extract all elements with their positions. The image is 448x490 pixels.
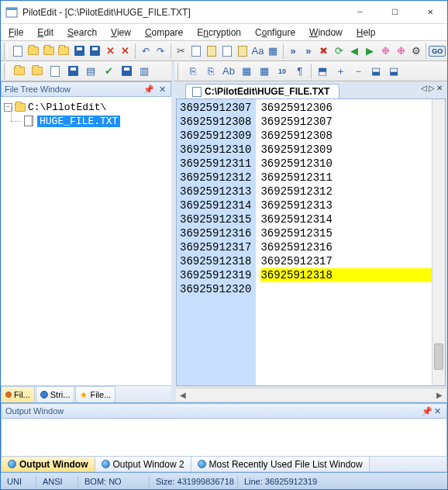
tree-tool3[interactable] (47, 63, 64, 80)
tree-root-row[interactable]: − C:\PilotEdit\ (2, 100, 170, 114)
close-all-button[interactable]: ✕ (118, 43, 133, 60)
horizontal-scrollbar[interactable]: ◀ ▶ (176, 388, 446, 401)
tree-tool8[interactable]: ▥ (136, 63, 153, 80)
app-icon (5, 6, 18, 19)
vertical-scrollbar[interactable] (432, 99, 445, 385)
run2-button[interactable]: » (301, 43, 315, 60)
ed-tool1[interactable]: ⎘ (184, 63, 202, 80)
new-file-button[interactable] (10, 43, 25, 60)
star-icon: ★ (80, 390, 88, 400)
save-button[interactable] (72, 43, 87, 60)
ed-tool8[interactable]: ⬒ (314, 63, 331, 80)
tree-file-row[interactable]: HUGE_FILE.TXT (2, 114, 170, 128)
tab-icon (40, 391, 48, 399)
menu-edit[interactable]: Edit (34, 26, 57, 40)
sidebar-tab-string[interactable]: Stri... (36, 386, 75, 402)
menu-search[interactable]: Search (64, 26, 100, 40)
status-enc2: ANSI (40, 475, 78, 488)
copy-append-button[interactable] (219, 43, 234, 60)
pin-icon[interactable]: 📌 (143, 85, 154, 95)
toolbar-grip[interactable] (177, 63, 182, 80)
tree-file-label: HUGE_FILE.TXT (37, 116, 120, 127)
open3-button[interactable] (57, 43, 71, 60)
misc1-button[interactable]: ❉ (378, 43, 393, 60)
toolbar-grip[interactable] (4, 43, 8, 60)
scroll-right-icon[interactable]: ▶ (432, 391, 446, 399)
menu-help[interactable]: Help (353, 26, 379, 40)
ed-tool11[interactable]: ⬓ (367, 63, 384, 80)
nav-back-button[interactable]: ◀ (347, 43, 362, 60)
ed-tool5[interactable]: ▦ (256, 63, 273, 80)
ed-tool7[interactable]: ¶ (291, 63, 308, 80)
sidebar-tab-file[interactable]: Fil... (1, 386, 35, 402)
file-icon (24, 116, 33, 126)
tree-tool7[interactable] (118, 63, 135, 80)
open-button[interactable] (26, 43, 40, 60)
tab-close-icon[interactable]: ✕ (436, 84, 443, 92)
toolbar-grip[interactable] (4, 63, 9, 80)
output-tab-1[interactable]: Output Window (2, 457, 95, 471)
pin-icon[interactable]: 📌 (422, 406, 432, 416)
close-button[interactable]: ✕ (412, 1, 447, 23)
ed-tool4[interactable]: ▦ (238, 63, 255, 80)
document-tabs: C:\PilotEdit\HUGE_FILE.TXT ◁ ▷ ✕ (174, 81, 447, 98)
run-button[interactable]: » (286, 43, 301, 60)
menu-compare[interactable]: Compare (142, 26, 186, 40)
scrollbar-thumb[interactable] (434, 343, 443, 370)
document-tab-label: C:\PilotEdit\HUGE_FILE.TXT (205, 86, 329, 97)
main-area: File Tree Window 📌 ✕ − C:\PilotEdit\ HUG… (1, 81, 447, 403)
text-content[interactable]: 36925912306 36925912307 36925912308 3692… (256, 99, 432, 385)
tree-tool2[interactable] (29, 63, 46, 80)
menu-window[interactable]: Window (306, 26, 346, 40)
go-button[interactable]: GO (429, 43, 446, 60)
copy-button[interactable] (189, 43, 204, 60)
ed-tool6[interactable]: 10 (274, 63, 291, 80)
output-body[interactable] (1, 419, 447, 456)
panel-close-icon[interactable]: ✕ (157, 85, 167, 95)
ed-tool3[interactable]: Ab (220, 63, 237, 80)
document-tab[interactable]: C:\PilotEdit\HUGE_FILE.TXT (185, 84, 339, 98)
sidebar-tab-label: Stri... (50, 390, 71, 399)
misc2-button[interactable]: ❉ (394, 43, 408, 60)
settings-button[interactable]: ⚙ (408, 43, 423, 60)
minimize-button[interactable]: ─ (343, 1, 377, 23)
output-tab-mru[interactable]: Most Recently Used File List Window (191, 457, 370, 471)
maximize-button[interactable]: ☐ (377, 1, 412, 23)
sidebar-tab-fav[interactable]: ★File... (75, 386, 115, 402)
output-tab-2[interactable]: Output Window 2 (95, 457, 191, 471)
file-tree[interactable]: − C:\PilotEdit\ HUGE_FILE.TXT (1, 97, 171, 385)
tree-tool6[interactable]: ✔ (100, 63, 117, 80)
stop-button[interactable]: ✖ (316, 43, 331, 60)
paste-append-button[interactable] (235, 43, 250, 60)
save-all-button[interactable] (88, 43, 102, 60)
editor-body[interactable]: 36925912307 36925912308 36925912309 3692… (176, 98, 446, 386)
window-title: PilotEdit - [C:\PilotEdit\HUGE_FILE.TXT] (22, 7, 343, 18)
paste-button[interactable] (204, 43, 219, 60)
menu-configure[interactable]: Configure (252, 26, 298, 40)
menu-encryption[interactable]: Encryption (194, 26, 244, 40)
redo-button[interactable]: ↷ (153, 43, 168, 60)
ed-tool12[interactable]: ⬓ (385, 63, 402, 80)
ed-tool2[interactable]: ⎘ (202, 63, 219, 80)
panel-close-icon[interactable]: ✕ (432, 406, 443, 416)
case-button[interactable]: Aa (250, 43, 265, 60)
undo-button[interactable]: ↶ (138, 43, 153, 60)
scroll-left-icon[interactable]: ◀ (176, 391, 189, 399)
tab-next-icon[interactable]: ▷ (429, 84, 435, 92)
nav-fwd-button[interactable]: ▶ (363, 43, 377, 60)
ed-collapse[interactable]: － (350, 63, 367, 80)
status-line: Line: 36925912319 (241, 475, 444, 488)
menu-view[interactable]: View (108, 26, 134, 40)
open2-button[interactable] (41, 43, 56, 60)
close-file-button[interactable]: ✕ (103, 43, 118, 60)
tab-prev-icon[interactable]: ◁ (421, 84, 427, 92)
ed-expand[interactable]: ＋ (332, 63, 349, 80)
tree-tool1[interactable] (11, 63, 28, 80)
tool1-button[interactable]: ▦ (266, 43, 281, 60)
refresh-button[interactable]: ⟳ (332, 43, 346, 60)
menu-file[interactable]: File (5, 26, 26, 40)
main-toolbar: ✕ ✕ ↶ ↷ ✂ Aa ▦ » » ✖ ⟳ ◀ ▶ ❉ ❉ ⚙ GO (1, 41, 447, 61)
cut-button[interactable]: ✂ (174, 43, 188, 60)
tree-tool5[interactable]: ▤ (82, 63, 99, 80)
tree-tool4[interactable] (64, 63, 81, 80)
